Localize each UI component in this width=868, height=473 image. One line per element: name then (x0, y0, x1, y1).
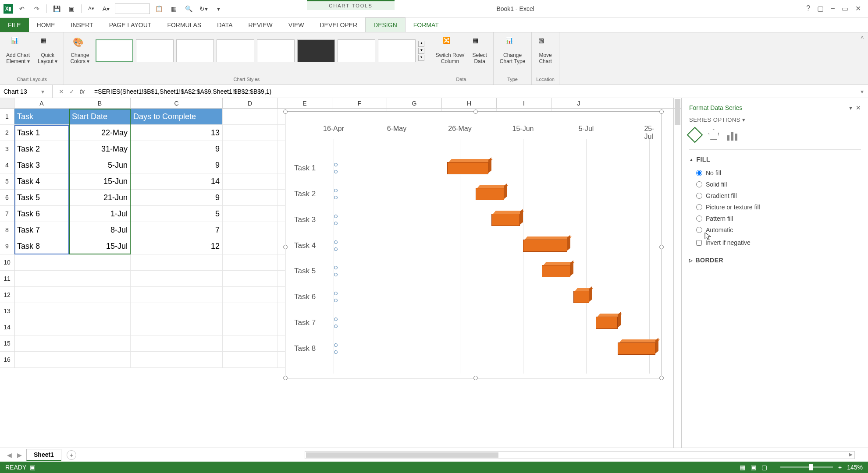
select-data-button[interactable]: ▦Select Data (470, 35, 488, 67)
cell[interactable] (223, 254, 277, 271)
grid[interactable]: ABCDEFGHIJ 1TaskStart DateDays to Comple… (0, 98, 682, 448)
change-chart-type-button[interactable]: 📊Change Chart Type (498, 35, 527, 67)
cell[interactable] (223, 141, 277, 157)
cell[interactable] (223, 109, 277, 125)
data-bar[interactable] (618, 342, 655, 355)
change-colors-button[interactable]: 🎨Change Colors ▾ (68, 35, 91, 67)
cell[interactable]: Start Date (69, 109, 131, 125)
row-header[interactable]: 14 (0, 319, 14, 335)
row-header[interactable]: 4 (0, 157, 14, 173)
cell[interactable] (223, 287, 277, 303)
row-header[interactable]: 1 (0, 109, 14, 125)
fill-line-icon[interactable] (687, 127, 703, 143)
qat-btn-3[interactable]: 🔍 (182, 3, 195, 15)
tab-review[interactable]: REVIEW (240, 18, 280, 32)
cell[interactable] (131, 271, 223, 287)
cell[interactable]: Task 5 (14, 190, 69, 206)
help-button[interactable]: ? (806, 4, 810, 13)
cell[interactable] (14, 254, 69, 271)
maximize-button[interactable]: ▭ (842, 4, 848, 13)
data-bar[interactable] (476, 188, 504, 200)
cell[interactable] (131, 352, 223, 368)
cell[interactable] (223, 271, 277, 287)
cell[interactable] (223, 206, 277, 222)
style-gallery-spinner[interactable]: ▲▼▾ (418, 41, 424, 61)
cell[interactable] (223, 335, 277, 352)
cell[interactable]: Task 6 (14, 206, 69, 222)
cell[interactable]: 22-May (69, 125, 131, 141)
move-chart-button[interactable]: ▧Move Chart (537, 35, 554, 67)
cell[interactable]: 9 (131, 190, 223, 206)
cell[interactable] (131, 319, 223, 335)
cell[interactable] (131, 335, 223, 352)
view-buttons[interactable]: ▦▣▢ (737, 464, 770, 471)
ribbon-collapse-button[interactable]: ^ (856, 32, 868, 85)
add-chart-element-button[interactable]: 📊Add Chart Element ▾ (4, 35, 32, 67)
data-bar[interactable] (523, 240, 567, 252)
cell[interactable]: 14 (131, 173, 223, 190)
qat-btn-1[interactable]: 📋 (153, 3, 165, 15)
cell[interactable]: 15-Jun (69, 173, 131, 190)
tab-insert[interactable]: INSERT (63, 18, 101, 32)
cell[interactable]: 8-Jul (69, 222, 131, 238)
row-header[interactable]: 15 (0, 335, 14, 352)
ribbon-display-button[interactable]: ▢ (817, 4, 824, 13)
cell[interactable]: 12 (131, 238, 223, 254)
data-bar[interactable] (573, 291, 589, 303)
qat-button[interactable]: ▣ (65, 3, 78, 15)
qat-combo[interactable] (115, 4, 150, 14)
horizontal-scrollbar[interactable]: ◀▶ (305, 451, 855, 459)
cell[interactable]: Task 4 (14, 173, 69, 190)
border-section-header[interactable]: ▷BORDER (689, 257, 861, 264)
chart-style-6[interactable] (297, 39, 335, 62)
pane-close-button[interactable]: ✕ (856, 104, 861, 111)
zoom-level[interactable]: 145% (847, 464, 863, 471)
col-header-I[interactable]: I (497, 98, 551, 108)
zoom-out-button[interactable]: – (772, 464, 775, 471)
sheet-nav-next[interactable]: ▶ (14, 452, 25, 459)
col-header-H[interactable]: H (442, 98, 497, 108)
data-bar[interactable] (447, 162, 488, 174)
fill-gradient-radio[interactable]: Gradient fill (689, 190, 861, 201)
effects-icon[interactable] (708, 129, 719, 140)
row-header[interactable]: 3 (0, 141, 14, 157)
chart-style-5[interactable] (257, 39, 295, 62)
col-header-B[interactable]: B (69, 98, 131, 108)
row-header[interactable]: 9 (0, 238, 14, 254)
chart-style-7[interactable] (338, 39, 375, 62)
row-header[interactable]: 2 (0, 125, 14, 141)
cell[interactable] (69, 335, 131, 352)
formula-input[interactable]: =SERIES(Sheet1!$B$1,Sheet1!$A$2:$A$9,She… (91, 88, 856, 95)
embedded-chart[interactable]: 16-Apr6-May26-May15-Jun5-Jul25-JulTask 1… (285, 111, 662, 378)
cell[interactable] (69, 303, 131, 319)
cell[interactable]: 13 (131, 125, 223, 141)
cell[interactable] (69, 352, 131, 368)
tab-format[interactable]: FORMAT (406, 18, 447, 32)
name-box[interactable] (4, 88, 39, 95)
plot-area[interactable]: 16-Apr6-May26-May15-Jun5-Jul25-JulTask 1… (294, 125, 657, 374)
tab-home[interactable]: HOME (29, 18, 63, 32)
cell[interactable] (223, 319, 277, 335)
pane-options-button[interactable]: ▾ (849, 104, 852, 111)
cell[interactable] (69, 254, 131, 271)
row-header[interactable]: 16 (0, 352, 14, 368)
cell[interactable]: Task 2 (14, 141, 69, 157)
col-header-F[interactable]: F (332, 98, 387, 108)
cell[interactable] (14, 335, 69, 352)
series-options-icon[interactable] (727, 129, 738, 141)
redo-button[interactable]: ↷ (31, 3, 43, 15)
qat-btn-2[interactable]: ▦ (167, 3, 180, 15)
cell[interactable] (223, 238, 277, 254)
chart-style-4[interactable] (217, 39, 254, 62)
chart-style-1[interactable] (96, 39, 133, 62)
row-header[interactable]: 10 (0, 254, 14, 271)
quick-layout-button[interactable]: ▦Quick Layout ▾ (36, 35, 59, 67)
select-all-corner[interactable] (0, 98, 14, 109)
column-headers[interactable]: ABCDEFGHIJ (14, 98, 681, 109)
tab-formulas[interactable]: FORMULAS (159, 18, 209, 32)
cell[interactable] (223, 125, 277, 141)
col-header-G[interactable]: G (387, 98, 442, 108)
cell[interactable] (223, 157, 277, 173)
cell[interactable] (69, 319, 131, 335)
chart-style-8[interactable] (378, 39, 416, 62)
